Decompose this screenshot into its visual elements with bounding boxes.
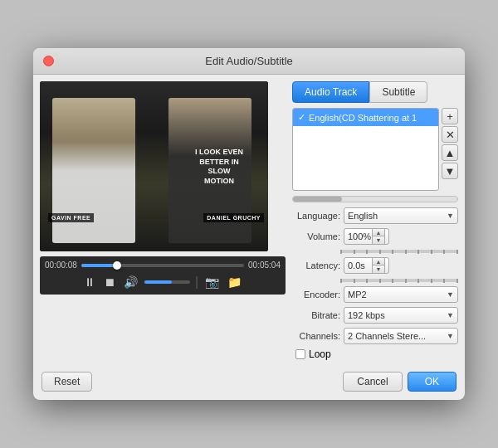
volume-icon: 🔊 (122, 274, 139, 290)
track-item[interactable]: ✓ English(CD Shattering at 1 (293, 109, 438, 126)
encoder-label: Encoder: (292, 290, 340, 299)
reset-button[interactable]: Reset (42, 372, 92, 392)
volume-track[interactable] (144, 280, 190, 284)
tick (417, 250, 419, 254)
volume-input[interactable]: 100% ▲ ▼ (344, 228, 389, 245)
time-total: 00:05:04 (248, 261, 281, 270)
volume-row: Volume: 100% ▲ ▼ (292, 228, 458, 245)
volume-step-down[interactable]: ▼ (373, 236, 384, 244)
encoder-row: Encoder: MP2 ▼ (292, 286, 458, 303)
latency-slider-ticks (340, 279, 458, 283)
encoder-select-value: MP2 (348, 290, 367, 299)
tick (366, 250, 368, 254)
loop-checkbox[interactable] (295, 349, 305, 359)
tick (456, 250, 458, 254)
tick (379, 279, 381, 283)
volume-value-container: 100% ▲ ▼ (344, 228, 458, 245)
tick (431, 279, 432, 283)
channels-dropdown-arrow: ▼ (447, 332, 454, 340)
tab-audio-track[interactable]: Audio Track (292, 81, 369, 103)
bitrate-row: Bitrate: 192 kbps ▼ (292, 307, 458, 324)
settings-grid: Language: English ▼ Volume: 100% (292, 207, 458, 360)
latency-step-up[interactable]: ▲ (373, 258, 384, 265)
pause-button[interactable]: ⏸ (82, 274, 97, 290)
tick (405, 250, 407, 254)
bitrate-select[interactable]: 192 kbps ▼ (344, 307, 458, 324)
track-buttons: + ✕ ▲ ▼ (442, 108, 458, 179)
cancel-button[interactable]: Cancel (343, 372, 402, 392)
ok-button[interactable]: OK (408, 372, 456, 392)
latency-input-value: 0.0s (348, 261, 365, 270)
latency-input[interactable]: 0.0s ▲ ▼ (344, 257, 389, 274)
volume-slider[interactable] (340, 250, 458, 253)
tick (392, 279, 393, 283)
volume-slider-row (292, 249, 458, 253)
channels-value-container: 2 Channels Stere... ▼ (344, 328, 458, 344)
progress-bar-row: 00:00:08 00:05:04 (45, 261, 281, 270)
tick (392, 250, 393, 254)
tick (443, 279, 445, 283)
volume-slider-ticks (340, 250, 458, 254)
latency-slider[interactable] (340, 279, 458, 282)
volume-input-value: 100% (348, 231, 371, 241)
channels-select-value: 2 Channels Stere... (348, 331, 426, 341)
track-item-label: English(CD Shattering at 1 (309, 113, 417, 123)
track-check: ✓ (298, 112, 305, 123)
latency-value-container: 0.0s ▲ ▼ (344, 257, 458, 274)
titlebar: Edit Audio/Subtitle (33, 48, 465, 75)
remove-track-button[interactable]: ✕ (442, 126, 458, 143)
tick (340, 279, 342, 283)
tick (417, 279, 419, 283)
loop-label: Loop (309, 348, 331, 360)
video-preview: I LOOK EVENBETTER INSLOWMOTION GAVIN FRE… (40, 81, 268, 251)
track-list[interactable]: ✓ English(CD Shattering at 1 (292, 108, 439, 191)
horizontal-scrollbar[interactable] (292, 196, 458, 202)
encoder-select[interactable]: MP2 ▼ (344, 286, 458, 303)
progress-thumb (113, 261, 121, 270)
latency-step-down[interactable]: ▼ (373, 265, 384, 273)
snapshot-button[interactable]: 📷 (203, 274, 221, 290)
tick (443, 250, 445, 254)
channels-label: Channels: (292, 331, 340, 341)
volume-step-up[interactable]: ▲ (373, 229, 384, 236)
name-tag-left: GAVIN FREE (48, 213, 94, 222)
volume-fill (144, 280, 172, 284)
language-label: Language: (292, 211, 340, 221)
tick (366, 279, 368, 283)
scrollbar-thumb (293, 197, 342, 202)
latency-label: Latency: (292, 261, 340, 270)
tick (405, 279, 407, 283)
tick (354, 279, 355, 283)
dialog: Edit Audio/Subtitle I LOOK EVENBETTER IN… (33, 48, 465, 400)
left-panel: I LOOK EVENBETTER INSLOWMOTION GAVIN FRE… (40, 81, 286, 360)
language-value: English ▼ (344, 207, 458, 224)
latency-row: Latency: 0.0s ▲ ▼ (292, 257, 458, 274)
channels-select[interactable]: 2 Channels Stere... ▼ (344, 328, 458, 344)
video-frame: I LOOK EVENBETTER INSLOWMOTION GAVIN FRE… (40, 81, 268, 251)
footer: Reset Cancel OK (33, 367, 465, 400)
separator: | (195, 275, 198, 290)
bitrate-select-value: 192 kbps (348, 310, 385, 320)
move-up-button[interactable]: ▲ (442, 144, 458, 161)
tick (354, 250, 355, 254)
progress-fill (81, 264, 117, 267)
move-down-button[interactable]: ▼ (442, 163, 458, 179)
dialog-title: Edit Audio/Subtitle (205, 55, 293, 67)
tick (431, 250, 432, 254)
folder-button[interactable]: 📁 (226, 274, 243, 290)
close-button[interactable] (43, 56, 54, 66)
channels-row: Channels: 2 Channels Stere... ▼ (292, 328, 458, 344)
player-controls: 00:00:08 00:05:04 ⏸ ⏹ 🔊 | 📷 (40, 256, 286, 295)
main-content: I LOOK EVENBETTER INSLOWMOTION GAVIN FRE… (33, 75, 465, 367)
add-track-button[interactable]: + (442, 108, 458, 124)
language-row: Language: English ▼ (292, 207, 458, 224)
tab-subtitle[interactable]: Subtitle (369, 81, 427, 103)
bitrate-label: Bitrate: (292, 310, 340, 320)
latency-stepper: ▲ ▼ (372, 257, 385, 274)
tabs: Audio Track Subtitle (292, 81, 458, 103)
tick (340, 250, 342, 254)
stop-button[interactable]: ⏹ (102, 274, 117, 290)
language-select[interactable]: English ▼ (344, 207, 458, 224)
encoder-value-container: MP2 ▼ (344, 286, 458, 303)
progress-track[interactable] (81, 264, 244, 267)
